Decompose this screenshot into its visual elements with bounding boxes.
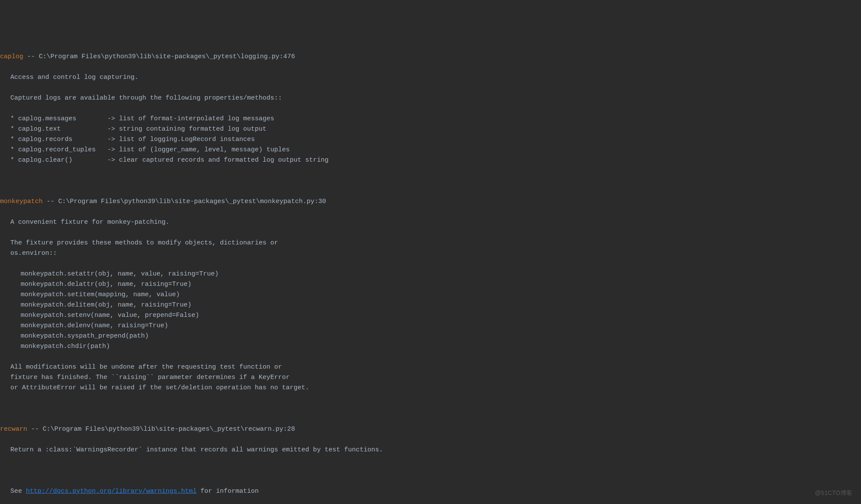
description-line: monkeypatch.delenv(name, raising=True)	[0, 321, 861, 331]
warnings-docs-link[interactable]: http://docs.python.org/library/warnings.…	[26, 488, 197, 495]
separator: --	[27, 426, 43, 433]
fixture-path: C:\Program Files\python39\lib\site-packa…	[43, 426, 295, 433]
monkeypatch-description: A convenient fixture for monkey-patching…	[0, 217, 861, 393]
description-line: * caplog.text -> string containing forma…	[0, 124, 861, 135]
description-line: * caplog.record_tuples -> list of (logge…	[0, 145, 861, 155]
terminal-output: caplog -- C:\Program Files\python39\lib\…	[0, 41, 861, 504]
description-line: monkeypatch.delattr(obj, name, raising=T…	[0, 279, 861, 290]
description-line: monkeypatch.setitem(mapping, name, value…	[0, 290, 861, 300]
caplog-description: Access and control log capturing.Capture…	[0, 72, 861, 166]
description-line: monkeypatch.syspath_prepend(path)	[0, 331, 861, 341]
description-line: monkeypatch.setenv(name, value, prepend=…	[0, 310, 861, 321]
recwarn-see-line: See http://docs.python.org/library/warni…	[0, 486, 861, 497]
description-line: * caplog.messages -> list of format-inte…	[0, 114, 861, 124]
description-line: monkeypatch.setattr(obj, name, value, ra…	[0, 269, 861, 279]
fixture-path: C:\Program Files\python39\lib\site-packa…	[39, 53, 295, 60]
description-line: * caplog.clear() -> clear captured recor…	[0, 155, 861, 166]
description-line: os.environ::	[0, 248, 861, 259]
description-line	[0, 228, 861, 238]
description-line: or AttributeError will be raised if the …	[0, 383, 861, 393]
description-line: Access and control log capturing.	[0, 72, 861, 83]
fixture-name-monkeypatch: monkeypatch	[0, 198, 43, 205]
description-line	[0, 83, 861, 93]
description-line: A convenient fixture for monkey-patching…	[0, 217, 861, 228]
description-line: fixture has finished. The ``raising`` pa…	[0, 373, 861, 383]
description-line: The fixture provides these methods to mo…	[0, 238, 861, 248]
separator: --	[23, 53, 39, 60]
description-line: * caplog.records -> list of logging.LogR…	[0, 135, 861, 145]
fixture-name-caplog: caplog	[0, 53, 23, 60]
description-line: monkeypatch.delitem(obj, name, raising=T…	[0, 300, 861, 310]
description-line	[0, 259, 861, 269]
watermark: @51CTO博客	[815, 488, 852, 498]
description-line: All modifications will be undone after t…	[0, 362, 861, 373]
separator: --	[43, 198, 58, 205]
fixture-path: C:\Program Files\python39\lib\site-packa…	[58, 198, 326, 205]
recwarn-description: Return a :class:`WarningsRecorder` insta…	[0, 445, 861, 455]
description-line	[0, 103, 861, 114]
description-line	[0, 352, 861, 362]
fixture-name-recwarn: recwarn	[0, 426, 27, 433]
description-line: monkeypatch.chdir(path)	[0, 341, 861, 352]
description-line: Captured logs are available through the …	[0, 93, 861, 103]
